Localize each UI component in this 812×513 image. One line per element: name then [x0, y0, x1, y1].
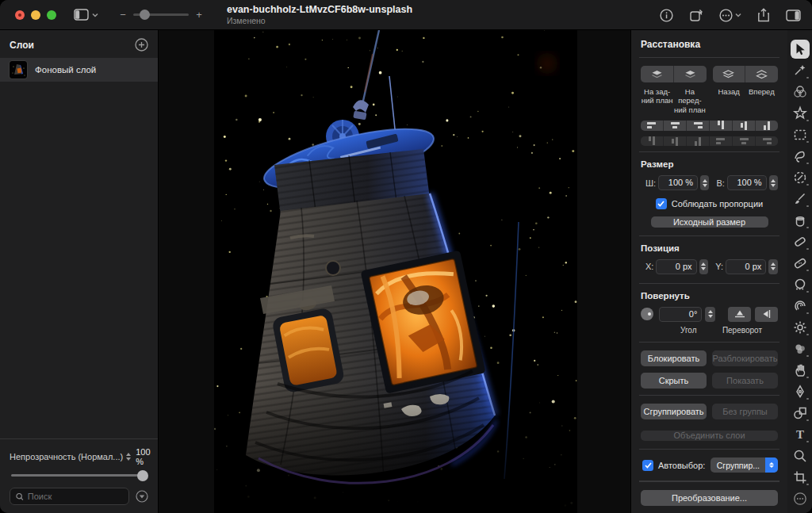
constrain-proportions-label: Соблюдать пропорции — [672, 199, 763, 209]
flip-horizontal-button[interactable] — [755, 307, 778, 322]
height-stepper[interactable] — [769, 175, 778, 190]
warp-tool[interactable] — [791, 361, 810, 380]
distribute-top-button[interactable] — [641, 136, 663, 147]
distribute-bottom-button[interactable] — [686, 136, 709, 147]
ungroup-button[interactable]: Без группы — [712, 404, 778, 419]
retouch-tool[interactable] — [791, 254, 810, 273]
sidebar-toggle-button[interactable] — [74, 9, 98, 21]
window-controls — [15, 10, 56, 20]
height-field[interactable]: 100 % — [727, 175, 767, 190]
zoom-control: − + — [119, 9, 203, 21]
send-to-back-button[interactable] — [641, 66, 673, 82]
share-button[interactable] — [757, 8, 770, 22]
rotate-section-title: Повернуть — [641, 291, 778, 301]
bring-to-front-button[interactable] — [673, 66, 707, 82]
ellipsis-circle-icon — [719, 9, 733, 22]
texture-tool[interactable] — [791, 297, 810, 316]
more-tools-button[interactable] — [791, 489, 810, 508]
distribute-center-button[interactable] — [732, 136, 755, 147]
add-layer-button[interactable] — [135, 38, 148, 52]
fullscreen-button[interactable] — [47, 10, 56, 20]
zoom-tool[interactable] — [791, 446, 810, 465]
tool-flyout-dot — [806, 312, 809, 315]
close-button[interactable] — [15, 10, 25, 20]
crop-tool[interactable] — [791, 468, 810, 487]
pen-tool[interactable] — [791, 382, 810, 401]
canvas-area[interactable] — [159, 30, 630, 513]
minimize-button[interactable] — [31, 10, 40, 20]
angle-field[interactable]: 0° — [659, 307, 703, 322]
shapes-tool[interactable] — [791, 404, 810, 423]
tool-flyout-dot — [806, 441, 809, 443]
info-button[interactable] — [660, 9, 673, 22]
texture-icon — [792, 298, 808, 314]
autoselect-dropdown[interactable]: Сгруппир... — [710, 457, 778, 473]
chevron-down-icon — [92, 13, 98, 17]
rect-select-tool[interactable] — [791, 125, 810, 144]
zoom-slider[interactable] — [133, 13, 189, 16]
angle-knob[interactable] — [641, 308, 653, 320]
distribute-left-button[interactable] — [709, 136, 732, 147]
text-tool[interactable]: T — [791, 425, 810, 444]
align-left-button[interactable] — [641, 121, 663, 131]
align-right-button[interactable] — [686, 121, 709, 131]
color-tool[interactable] — [791, 339, 810, 358]
effects-tool[interactable] — [791, 104, 810, 123]
flip-vertical-button[interactable] — [728, 307, 751, 322]
align-middle-v-button[interactable] — [732, 121, 755, 131]
transform-button[interactable]: Преобразование... — [641, 490, 778, 506]
hide-button[interactable]: Скрыть — [641, 373, 707, 389]
distribute-middle-button[interactable] — [663, 136, 686, 147]
zoom-out-button[interactable]: − — [119, 9, 127, 21]
layer-row-background[interactable]: Фоновый слой — [0, 58, 158, 82]
original-size-button[interactable]: Исходный размер — [651, 216, 768, 227]
light-tool[interactable] — [791, 318, 810, 337]
right-panel-toggle-button[interactable] — [786, 10, 801, 21]
erase-tool[interactable] — [791, 232, 810, 251]
autoselect-checkbox[interactable] — [642, 460, 653, 471]
x-stepper[interactable] — [699, 259, 709, 274]
align-top-button[interactable] — [709, 121, 732, 131]
send-backward-button[interactable] — [713, 66, 745, 82]
group-button[interactable]: Сгруппировать — [641, 404, 707, 419]
quick-selection-tool[interactable] — [791, 61, 810, 80]
retouch-icon — [792, 255, 808, 271]
distribute-right-button[interactable] — [755, 136, 778, 147]
layer-search-input[interactable] — [28, 492, 123, 501]
more-options-button[interactable] — [719, 9, 741, 22]
blend-mode-stepper[interactable] — [126, 453, 131, 461]
clone-tool[interactable] — [791, 275, 810, 294]
layer-search-field[interactable] — [10, 488, 129, 505]
opacity-slider[interactable] — [11, 474, 147, 477]
color-adjustments-tool[interactable] — [791, 82, 810, 101]
duplicate-button[interactable] — [689, 9, 703, 22]
titlebar: − + evan-buchholz-LtMvzCF6b8w-unsplash И… — [0, 0, 812, 30]
zoom-slider-knob[interactable] — [140, 10, 150, 20]
paint-tool[interactable] — [791, 190, 810, 209]
free-select-tool[interactable] — [791, 147, 810, 166]
constrain-proportions-checkbox[interactable] — [656, 198, 667, 209]
width-stepper[interactable] — [700, 175, 709, 190]
angle-stepper[interactable] — [705, 307, 715, 322]
align-center-h-button[interactable] — [663, 121, 686, 131]
show-button[interactable]: Показать — [712, 373, 778, 389]
layer-filter-button[interactable] — [136, 490, 148, 503]
width-field[interactable]: 100 % — [658, 175, 698, 190]
duplicate-icon — [689, 9, 703, 22]
tool-flyout-dot — [806, 398, 809, 400]
bring-forward-button[interactable] — [745, 66, 778, 82]
opacity-slider-knob[interactable] — [137, 470, 148, 481]
filter-circle-icon — [136, 490, 148, 503]
move-tool[interactable] — [791, 40, 810, 59]
x-field[interactable]: 0 px — [656, 259, 696, 274]
fill-tool[interactable] — [791, 211, 810, 230]
photo-mercury-capsule[interactable] — [214, 30, 577, 513]
merge-layers-button[interactable]: Объединить слои — [641, 431, 778, 441]
lock-button[interactable]: Блокировать — [641, 350, 707, 366]
y-stepper[interactable] — [768, 259, 778, 274]
zoom-in-button[interactable]: + — [195, 9, 203, 21]
y-field[interactable]: 0 px — [726, 259, 766, 274]
align-bottom-button[interactable] — [755, 121, 778, 131]
unlock-button[interactable]: Разблокировать — [712, 350, 778, 366]
paint-select-tool[interactable] — [791, 168, 810, 187]
